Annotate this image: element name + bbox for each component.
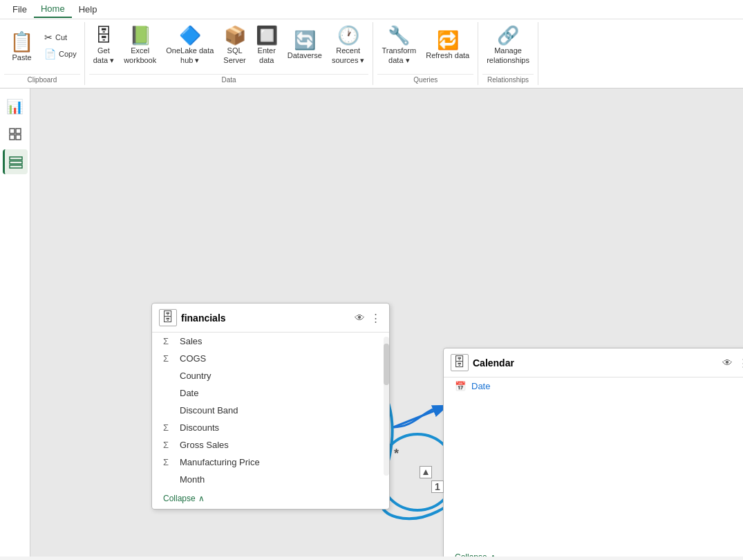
field-date[interactable]: Date: [152, 384, 389, 402]
scrollbar-thumb: [384, 344, 389, 385]
svg-rect-4: [10, 157, 22, 160]
financials-card-header: 🗄 financials 👁 ⋮: [152, 304, 389, 333]
arrow-up-connector: [420, 466, 432, 478]
svg-rect-6: [10, 165, 22, 168]
calendar-date-icon: 📅: [455, 381, 466, 391]
ribbon: 📋 Paste ✂ Cut 📄 Copy Cl: [0, 19, 743, 88]
transform-label: Transformdata ▾: [382, 46, 416, 66]
paste-icon: 📋: [10, 30, 34, 53]
svg-rect-1: [16, 129, 21, 133]
paste-button[interactable]: 📋 Paste: [4, 22, 39, 69]
field-month-label: Month: [180, 474, 205, 485]
copy-label: Copy: [59, 50, 77, 58]
calendar-eye-button[interactable]: 👁: [721, 355, 734, 370]
financials-scrollbar[interactable]: [384, 337, 389, 476]
ribbon-group-data: 🗄 Getdata ▾ 📗 Excelworkbook 🔷 OneLake da…: [85, 22, 374, 85]
collapse-chevron-icon: ∧: [198, 494, 205, 503]
field-date-label: Date: [180, 388, 198, 398]
calendar-more-button[interactable]: ⋮: [737, 355, 743, 371]
field-discount-band-label: Discount Band: [180, 405, 238, 416]
menu-bar: File Home Help: [0, 0, 743, 19]
canvas-area: * 1 🗄 financials 👁 ⋮ Σ Sales Σ COGS: [30, 88, 743, 557]
ribbon-group-clipboard: 📋 Paste ✂ Cut 📄 Copy Cl: [0, 22, 85, 85]
menu-home[interactable]: Home: [34, 1, 72, 18]
get-data-label: Getdata ▾: [93, 46, 114, 66]
field-sales[interactable]: Σ Sales: [152, 333, 389, 350]
excel-workbook-button[interactable]: 📗 Excelworkbook: [120, 22, 160, 69]
recent-sources-button[interactable]: 🕐 Recentsources ▾: [328, 22, 369, 69]
calendar-collapse-button[interactable]: Collapse ∧: [444, 547, 743, 557]
sigma-icon-discounts: Σ: [163, 422, 174, 433]
manage-relationships-button[interactable]: 🔗 Managerelationships: [482, 22, 534, 69]
financials-collapse-label: Collapse: [163, 494, 196, 503]
ribbon-group-relationships: 🔗 Managerelationships Relationships: [478, 22, 538, 85]
field-discounts-label: Discounts: [180, 422, 219, 433]
main-area: 📊 *: [0, 88, 743, 557]
manage-rel-icon: 🔗: [497, 26, 519, 44]
relationships-group-label: Relationships: [482, 74, 534, 85]
financials-collapse-button[interactable]: Collapse ∧: [152, 488, 389, 509]
refresh-data-button[interactable]: 🔁 Refresh data: [422, 22, 473, 69]
svg-rect-3: [16, 135, 21, 140]
calendar-table-icon: 🗄: [451, 354, 469, 371]
data-group-label: Data: [89, 74, 369, 85]
financials-title: financials: [181, 312, 349, 324]
field-country-label: Country: [180, 371, 211, 381]
refresh-label: Refresh data: [426, 50, 469, 60]
svg-marker-10: [423, 469, 429, 475]
field-manufacturing-price[interactable]: Σ Manufacturing Price: [152, 454, 389, 471]
enter-data-button[interactable]: 🔲 Enterdata: [252, 22, 282, 69]
cardinality-one: 1: [431, 480, 444, 493]
onelake-icon: 🔷: [179, 26, 201, 44]
clipboard-group-label: Clipboard: [4, 74, 80, 85]
ribbon-group-queries: 🔧 Transformdata ▾ 🔁 Refresh data Queries: [373, 22, 478, 85]
field-cogs[interactable]: Σ COGS: [152, 350, 389, 367]
sigma-icon-sales: Σ: [163, 336, 174, 346]
queries-group-label: Queries: [377, 74, 473, 85]
field-mfg-price-label: Manufacturing Price: [180, 457, 260, 467]
field-month[interactable]: Month: [152, 471, 389, 488]
calendar-title: Calendar: [473, 357, 717, 368]
enter-data-icon: 🔲: [256, 26, 278, 44]
field-gross-sales-label: Gross Sales: [180, 440, 229, 450]
financials-eye-button[interactable]: 👁: [353, 310, 366, 325]
calendar-collapse-label: Collapse: [455, 552, 487, 557]
recent-label: Recentsources ▾: [332, 46, 365, 66]
nav-data[interactable]: [3, 122, 28, 147]
copy-button[interactable]: 📄 Copy: [41, 46, 80, 62]
transform-data-button[interactable]: 🔧 Transformdata ▾: [377, 22, 420, 69]
cut-icon: ✂: [44, 32, 53, 43]
onelake-button[interactable]: 🔷 OneLake datahub ▾: [162, 22, 218, 69]
financials-more-button[interactable]: ⋮: [369, 310, 382, 326]
nav-model[interactable]: [3, 149, 28, 174]
calendar-collapse-chevron-icon: ∧: [490, 552, 496, 557]
field-country[interactable]: Country: [152, 367, 389, 384]
svg-rect-5: [10, 161, 22, 164]
sql-server-button[interactable]: 📦 SQLServer: [219, 22, 250, 69]
dataverse-button[interactable]: 🔄 Dataverse: [283, 22, 326, 69]
copy-icon: 📄: [44, 48, 56, 59]
dataverse-label: Dataverse: [288, 50, 322, 60]
calendar-card-header: 🗄 Calendar 👁 ⋮: [444, 348, 743, 377]
sigma-icon-gross-sales: Σ: [163, 440, 174, 450]
get-data-icon: 🗄: [95, 26, 113, 44]
field-gross-sales[interactable]: Σ Gross Sales: [152, 436, 389, 454]
cut-button[interactable]: ✂ Cut: [41, 30, 80, 45]
cut-label: Cut: [55, 33, 67, 41]
sigma-icon-cogs: Σ: [163, 353, 174, 364]
nav-report[interactable]: 📊: [3, 94, 28, 119]
calendar-field-date[interactable]: 📅 Date: [444, 377, 743, 395]
paste-label: Paste: [12, 53, 31, 62]
menu-help[interactable]: Help: [72, 1, 104, 17]
financials-card: 🗄 financials 👁 ⋮ Σ Sales Σ COGS Country: [151, 303, 390, 510]
excel-icon: 📗: [129, 26, 151, 44]
dataverse-icon: 🔄: [294, 31, 316, 49]
field-discounts[interactable]: Σ Discounts: [152, 419, 389, 436]
get-data-button[interactable]: 🗄 Getdata ▾: [89, 22, 118, 69]
transform-icon: 🔧: [388, 26, 410, 44]
onelake-label: OneLake datahub ▾: [166, 46, 214, 66]
field-discount-band[interactable]: Discount Band: [152, 402, 389, 419]
left-nav: 📊: [0, 88, 30, 557]
calendar-empty-area: [444, 395, 743, 547]
menu-file[interactable]: File: [6, 1, 34, 17]
